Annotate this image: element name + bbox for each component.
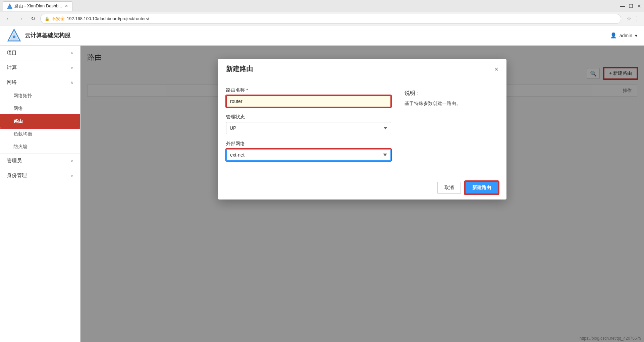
address-text: 192.168.100.10/dashboard/project/routers… xyxy=(67,16,617,21)
chevron-up-icon-network: ∧ xyxy=(70,80,73,85)
svg-point-2 xyxy=(13,36,15,38)
security-icon: 🔒 xyxy=(45,16,50,21)
sidebar: 项目 ∧ 计算 ∨ 网络 ∧ 网络拓扑 xyxy=(0,46,80,342)
logo: 云计算基础架构服 xyxy=(7,28,70,43)
form-group-admin-state: 管理状态 UP DOWN xyxy=(226,114,391,134)
forward-button[interactable]: → xyxy=(16,14,25,23)
tab-close-icon[interactable]: ✕ xyxy=(65,4,68,8)
modal-footer: 取消 新建路由 xyxy=(218,176,506,199)
app-container: 云计算基础架构服 👤 admin ▾ 项目 ∧ 计算 ∨ xyxy=(0,25,644,342)
sidebar-identity-label: 身份管理 xyxy=(7,172,27,179)
window-controls: — ❐ ✕ xyxy=(620,3,641,9)
sidebar-item-lb-label: 负载均衡 xyxy=(13,131,32,136)
form-group-name: 路由名称 * xyxy=(226,87,391,107)
required-star: * xyxy=(246,88,248,93)
modal: 新建路由 × 路由名称 * xyxy=(218,59,506,199)
modal-close-button[interactable]: × xyxy=(494,66,498,72)
chevron-down-icon-identity: ∨ xyxy=(70,173,73,178)
bookmark-icon[interactable]: ☆ xyxy=(627,15,631,22)
close-icon[interactable]: ✕ xyxy=(637,3,641,9)
sidebar-item-network[interactable]: 网络 xyxy=(0,102,80,115)
sidebar-admin-label: 管理员 xyxy=(7,158,22,164)
header-right: 👤 admin ▾ xyxy=(610,32,637,39)
description-title: 说明： xyxy=(405,90,498,97)
sidebar-header-network[interactable]: 网络 ∧ xyxy=(0,75,80,90)
external-network-select[interactable]: ext-net xyxy=(226,149,391,161)
browser-titlebar: 路由 - XianDian Dashb... ✕ — ❐ ✕ xyxy=(0,0,644,12)
admin-state-label-text: 管理状态 xyxy=(226,114,245,120)
sidebar-item-topology-label: 网络拓扑 xyxy=(13,93,32,98)
description-text: 基于特殊参数创建一路由。 xyxy=(405,100,498,107)
external-network-label-text: 外部网络 xyxy=(226,141,245,147)
chevron-down-icon-admin: ∨ xyxy=(70,159,73,163)
browser-chrome: 路由 - XianDian Dashb... ✕ — ❐ ✕ ← → ↻ 🔒 不… xyxy=(0,0,644,25)
external-network-label: 外部网络 xyxy=(226,141,391,147)
chevron-down-icon: ∨ xyxy=(70,65,73,70)
modal-header: 新建路由 × xyxy=(218,59,506,79)
confirm-button[interactable]: 新建路由 xyxy=(465,181,498,194)
sidebar-compute-label: 计算 xyxy=(7,64,17,71)
user-icon: 👤 xyxy=(610,32,617,39)
modal-form: 路由名称 * 管理状态 UP xyxy=(226,87,391,168)
sidebar-item-lb[interactable]: 负载均衡 xyxy=(0,128,80,140)
logo-icon xyxy=(7,28,21,43)
router-name-input[interactable] xyxy=(226,95,391,107)
back-button[interactable]: ← xyxy=(4,14,13,23)
sidebar-header-admin[interactable]: 管理员 ∨ xyxy=(0,154,80,168)
modal-overlay: 新建路由 × 路由名称 * xyxy=(80,46,644,342)
user-label[interactable]: admin xyxy=(620,33,632,38)
sidebar-item-network-label: 网络 xyxy=(13,106,23,111)
minimize-icon[interactable]: — xyxy=(620,3,625,9)
address-bar[interactable]: 🔒 不安全 192.168.100.10/dashboard/project/r… xyxy=(40,14,621,24)
sidebar-item-topology[interactable]: 网络拓扑 xyxy=(0,90,80,102)
admin-state-label: 管理状态 xyxy=(226,114,391,120)
admin-state-select[interactable]: UP DOWN xyxy=(226,122,391,134)
browser-tab[interactable]: 路由 - XianDian Dashb... ✕ xyxy=(3,1,72,11)
refresh-button[interactable]: ↻ xyxy=(28,14,38,23)
sidebar-item-router-label: 路由 xyxy=(13,118,23,124)
sidebar-section-project: 项目 ∧ xyxy=(0,46,80,60)
browser-menu-icon[interactable]: ⋮ xyxy=(634,15,640,22)
sidebar-section-network: 网络 ∧ 网络拓扑 网络 路由 负载均衡 防火墙 xyxy=(0,75,80,154)
sidebar-section-admin: 管理员 ∨ xyxy=(0,154,80,168)
modal-description: 说明： 基于特殊参数创建一路由。 xyxy=(405,87,498,168)
sidebar-header-project[interactable]: 项目 ∧ xyxy=(0,46,80,60)
maximize-icon[interactable]: ❐ xyxy=(629,3,633,9)
sidebar-section-identity: 身份管理 ∨ xyxy=(0,168,80,183)
modal-body: 路由名称 * 管理状态 UP xyxy=(218,79,506,176)
user-dropdown-icon[interactable]: ▾ xyxy=(635,33,637,38)
logo-text: 云计算基础架构服 xyxy=(25,32,70,39)
name-label: 路由名称 * xyxy=(226,87,391,93)
address-prefix: 不安全 xyxy=(52,16,65,22)
browser-toolbar: ← → ↻ 🔒 不安全 192.168.100.10/dashboard/pro… xyxy=(0,12,644,25)
sidebar-section-compute: 计算 ∨ xyxy=(0,60,80,75)
cancel-button[interactable]: 取消 xyxy=(437,182,461,194)
sidebar-header-compute[interactable]: 计算 ∨ xyxy=(0,60,80,75)
sidebar-network-label: 网络 xyxy=(7,79,17,86)
chevron-up-icon: ∧ xyxy=(70,51,73,55)
sidebar-item-router[interactable]: 路由 xyxy=(0,115,80,128)
app-body: 项目 ∧ 计算 ∨ 网络 ∧ 网络拓扑 xyxy=(0,46,644,342)
sidebar-project-label: 项目 xyxy=(7,50,17,56)
sidebar-header-identity[interactable]: 身份管理 ∨ xyxy=(0,168,80,183)
tab-title: 路由 - XianDian Dashb... xyxy=(14,3,62,9)
form-group-external-network: 外部网络 ext-net xyxy=(226,141,391,161)
tab-favicon xyxy=(7,3,12,9)
name-label-text: 路由名称 xyxy=(226,87,245,93)
main-content: 路由 🔍 + 新建路由 操作 新建路由 × xyxy=(80,46,644,342)
sidebar-item-firewall[interactable]: 防火墙 xyxy=(0,140,80,153)
modal-title: 新建路由 xyxy=(226,64,253,73)
sidebar-item-firewall-label: 防火墙 xyxy=(13,144,28,149)
app-header: 云计算基础架构服 👤 admin ▾ xyxy=(0,25,644,46)
